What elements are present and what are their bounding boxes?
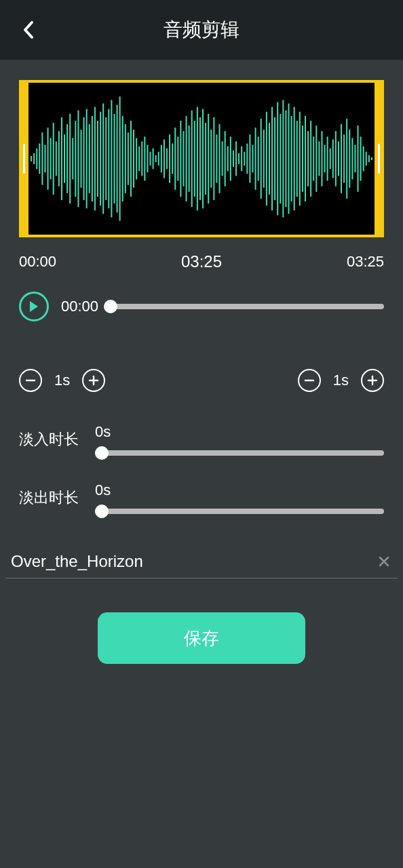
page-title: 音频剪辑 (0, 17, 403, 43)
progress-thumb[interactable] (104, 300, 117, 313)
fade-out-thumb[interactable] (95, 505, 109, 518)
trim-end-plus-button[interactable] (361, 369, 384, 392)
chevron-left-icon (22, 20, 35, 39)
fade-out-row: 淡出时长 0s (19, 481, 384, 514)
plus-icon (88, 375, 99, 386)
plus-icon (367, 375, 378, 386)
time-end: 03:25 (347, 253, 384, 271)
waveform-icon (28, 83, 375, 235)
trim-start-step: 1s (54, 372, 70, 389)
fade-in-label: 淡入时长 (19, 429, 79, 450)
trim-start-minus-button[interactable] (19, 369, 42, 392)
fade-out-slider-wrap: 0s (95, 481, 384, 514)
fade-out-label: 淡出时长 (19, 488, 79, 508)
trim-end-minus-button[interactable] (298, 369, 321, 392)
play-button[interactable] (19, 292, 49, 321)
play-icon (28, 300, 39, 313)
trim-end-step: 1s (333, 372, 349, 389)
filename-input[interactable] (11, 552, 376, 571)
playback-progress-bar[interactable] (111, 304, 384, 309)
trim-end-group: 1s (298, 369, 384, 392)
fade-in-thumb[interactable] (95, 446, 109, 460)
fade-in-slider-wrap: 0s (95, 423, 384, 456)
fade-out-slider[interactable] (95, 509, 384, 514)
trim-start-group: 1s (19, 369, 105, 392)
clear-filename-button[interactable] (376, 553, 392, 570)
minus-icon (25, 375, 36, 386)
fade-in-value: 0s (95, 423, 384, 441)
trim-start-plus-button[interactable] (82, 369, 105, 392)
fade-in-row: 淡入时长 0s (19, 423, 384, 456)
time-start: 00:00 (19, 253, 56, 271)
fade-out-value: 0s (95, 481, 384, 499)
playback-position: 00:00 (61, 298, 98, 315)
save-button[interactable]: 保存 (98, 612, 305, 664)
fade-in-slider[interactable] (95, 450, 384, 456)
minus-icon (304, 375, 315, 386)
back-button[interactable] (19, 20, 38, 39)
waveform-trim-area[interactable] (19, 80, 384, 237)
playback-row: 00:00 (19, 292, 384, 321)
time-row: 00:00 03:25 03:25 (19, 252, 384, 271)
close-icon (377, 555, 391, 568)
save-label: 保存 (184, 627, 219, 650)
time-current: 03:25 (181, 252, 222, 271)
header: 音频剪辑 (0, 0, 403, 60)
content-area: 00:00 03:25 03:25 00:00 1s (0, 60, 403, 664)
filename-row (5, 552, 398, 578)
trim-controls-row: 1s 1s (19, 369, 384, 392)
